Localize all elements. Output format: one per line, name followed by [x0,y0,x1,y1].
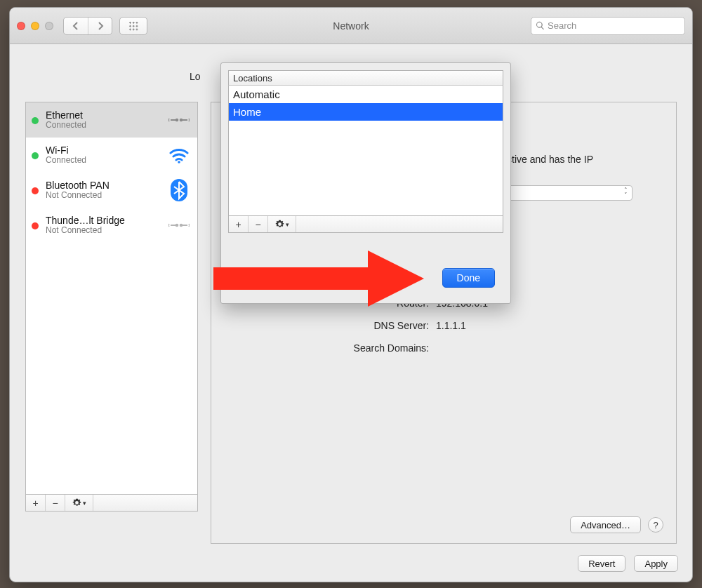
revert-button[interactable]: Revert [578,555,625,572]
detail-rows: Router: 192.168.0.1 DNS Server: 1.1.1.1 … [296,298,618,365]
service-status: Not Connected [46,226,161,236]
svg-point-5 [180,224,183,227]
gear-icon [72,498,81,507]
wifi-icon [168,144,190,166]
svg-point-2 [178,161,180,163]
service-list: Ethernet Connected Wi-Fi Connected [25,102,198,495]
search-icon [536,21,545,30]
service-status: Not Connected [46,191,161,201]
zoom-window-button[interactable] [45,22,53,30]
service-item-ethernet[interactable]: Ethernet Connected [26,102,197,138]
service-status: Connected [46,121,161,131]
configure-select-partial[interactable]: ˄˅ [499,185,633,201]
status-dot [32,117,39,124]
close-window-button[interactable] [17,22,25,30]
footer-buttons: Revert Apply [578,555,678,572]
add-location-button[interactable]: + [229,216,249,232]
locations-header: Locations [228,70,503,86]
dns-row: DNS Server: 1.1.1.1 [296,320,618,331]
chevron-down-icon: ▾ [83,500,86,507]
grid-icon [128,21,138,31]
service-text: Ethernet Connected [46,109,161,131]
show-all-button[interactable] [119,17,147,35]
advanced-button[interactable]: Advanced… [570,516,641,533]
svg-point-1 [180,119,183,122]
locations-popover: Locations Automatic Home + − ▾ Done [220,62,511,304]
status-text-fragment: ctive and has the IP [507,154,593,165]
service-item-bluetooth-pan[interactable]: Bluetooth PAN Not Connected [26,173,197,208]
service-options-button[interactable]: ▾ [65,495,93,511]
detail-bottom-right: Advanced… ? [570,516,663,533]
ethernet-icon [168,109,190,131]
service-text: Wi-Fi Connected [46,145,161,166]
service-name: Wi-Fi [46,145,161,156]
nav-forward-button[interactable] [88,18,112,34]
remove-service-button[interactable]: − [46,495,65,511]
service-text: Bluetooth PAN Not Connected [46,180,161,201]
chevron-down-icon: ▾ [286,221,289,228]
done-button[interactable]: Done [442,268,495,288]
add-service-button[interactable]: + [26,495,46,511]
apply-button[interactable]: Apply [634,555,678,572]
locations-list: Automatic Home [228,86,503,216]
action-bar-spacer [296,216,503,232]
service-name: Thunde…lt Bridge [46,215,161,226]
svg-point-4 [176,224,179,227]
status-dot [32,222,39,229]
status-dot [32,187,39,194]
service-text: Thunde…lt Bridge Not Connected [46,215,161,236]
gear-icon [275,220,284,229]
help-button[interactable]: ? [648,517,663,533]
bluetooth-icon [168,179,190,201]
service-name: Bluetooth PAN [46,180,161,191]
window-controls [17,22,53,30]
dns-label: DNS Server: [296,320,436,331]
search-input[interactable] [548,20,680,31]
service-action-bar: + − ▾ [25,495,198,512]
dns-value: 1.1.1.1 [436,320,466,331]
status-dot [32,152,39,159]
titlebar: Network [10,8,692,44]
service-item-wifi[interactable]: Wi-Fi Connected [26,138,197,173]
location-item-home[interactable]: Home [229,103,503,121]
location-item-automatic[interactable]: Automatic [229,86,503,103]
locations-action-bar: + − ▾ [228,216,503,233]
service-item-thunderbolt-bridge[interactable]: Thunde…lt Bridge Not Connected [26,208,197,243]
minimize-window-button[interactable] [31,22,39,30]
search-field[interactable] [531,17,685,35]
nav-back-forward [63,17,112,35]
service-status: Connected [46,156,161,166]
search-domains-label: Search Domains: [296,342,436,354]
svg-point-0 [176,119,179,122]
sidebar: Ethernet Connected Wi-Fi Connected [25,102,198,544]
location-options-button[interactable]: ▾ [268,216,296,232]
chevron-left-icon [72,22,79,30]
remove-location-button[interactable]: − [249,216,268,232]
ethernet-grey-icon [168,214,190,236]
search-domains-row: Search Domains: [296,342,618,354]
updown-icon: ˄˅ [624,188,628,198]
network-preferences-window: Network Lo ˄ ˅ Ethernet Connected [9,7,693,582]
nav-back-button[interactable] [64,18,88,34]
chevron-right-icon [97,22,104,30]
service-name: Ethernet [46,109,161,121]
